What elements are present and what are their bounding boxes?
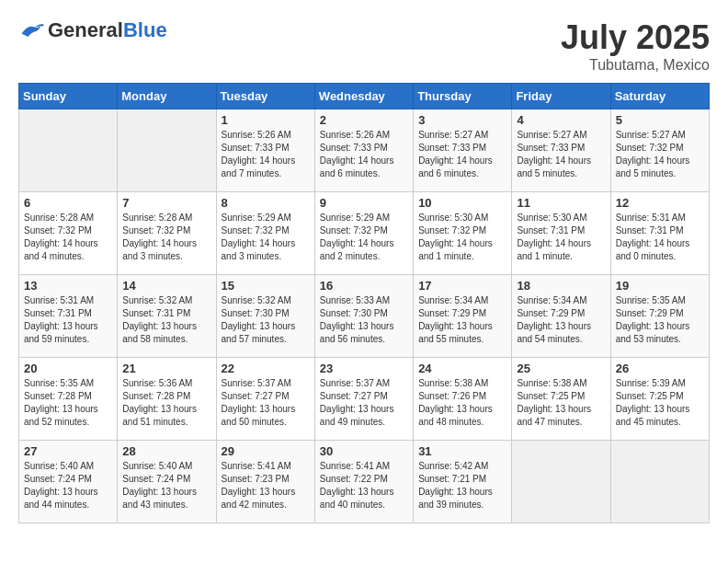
logo-general: General [48,18,123,41]
column-header-friday: Friday [512,84,610,109]
day-info: Sunrise: 5:37 AMSunset: 7:27 PMDaylight:… [222,377,310,429]
day-number: 9 [320,196,408,210]
logo-blue: Blue [123,18,167,41]
calendar-cell: 13Sunrise: 5:31 AMSunset: 7:31 PMDayligh… [19,275,118,358]
calendar-cell: 20Sunrise: 5:35 AMSunset: 7:28 PMDayligh… [19,358,118,441]
calendar-cell: 22Sunrise: 5:37 AMSunset: 7:27 PMDayligh… [216,358,314,441]
column-header-monday: Monday [118,84,216,109]
calendar-cell: 30Sunrise: 5:41 AMSunset: 7:22 PMDayligh… [314,441,413,523]
day-number: 25 [517,362,605,375]
calendar-cell: 5Sunrise: 5:27 AMSunset: 7:32 PMDaylight… [610,109,709,192]
day-info: Sunrise: 5:29 AMSunset: 7:32 PMDaylight:… [222,212,310,263]
calendar-cell: 18Sunrise: 5:34 AMSunset: 7:29 PMDayligh… [512,275,610,358]
day-info: Sunrise: 5:27 AMSunset: 7:32 PMDaylight:… [616,129,704,180]
day-info: Sunrise: 5:28 AMSunset: 7:32 PMDaylight:… [122,212,210,263]
day-number: 23 [320,362,408,375]
day-number: 28 [122,444,210,458]
day-info: Sunrise: 5:41 AMSunset: 7:23 PMDaylight:… [222,460,310,511]
day-number: 24 [418,362,506,375]
day-info: Sunrise: 5:41 AMSunset: 7:22 PMDaylight:… [320,460,408,511]
day-info: Sunrise: 5:34 AMSunset: 7:29 PMDaylight:… [418,294,506,346]
day-info: Sunrise: 5:26 AMSunset: 7:33 PMDaylight:… [222,129,310,180]
logo-bird-icon [18,20,44,40]
day-number: 12 [616,196,704,210]
day-number: 3 [418,113,506,127]
day-info: Sunrise: 5:30 AMSunset: 7:32 PMDaylight:… [418,212,506,263]
day-info: Sunrise: 5:26 AMSunset: 7:33 PMDaylight:… [320,129,408,180]
day-info: Sunrise: 5:38 AMSunset: 7:25 PMDaylight:… [517,377,605,429]
day-number: 21 [122,362,210,375]
logo: GeneralBlue [18,18,167,42]
calendar-week-row: 6Sunrise: 5:28 AMSunset: 7:32 PMDaylight… [19,192,710,275]
logo-text: GeneralBlue [48,18,167,42]
calendar-cell: 21Sunrise: 5:36 AMSunset: 7:28 PMDayligh… [118,358,216,441]
day-info: Sunrise: 5:35 AMSunset: 7:29 PMDaylight:… [616,294,704,346]
calendar-cell: 26Sunrise: 5:39 AMSunset: 7:25 PMDayligh… [610,358,709,441]
calendar-cell: 4Sunrise: 5:27 AMSunset: 7:33 PMDaylight… [512,109,610,192]
day-number: 26 [616,362,704,375]
page-header: GeneralBlue July 2025 Tubutama, Mexico [18,18,710,74]
calendar-cell: 9Sunrise: 5:29 AMSunset: 7:32 PMDaylight… [314,192,413,275]
calendar-cell: 15Sunrise: 5:32 AMSunset: 7:30 PMDayligh… [216,275,314,358]
day-info: Sunrise: 5:31 AMSunset: 7:31 PMDaylight:… [616,212,704,263]
calendar-cell: 1Sunrise: 5:26 AMSunset: 7:33 PMDaylight… [216,109,314,192]
calendar-cell: 25Sunrise: 5:38 AMSunset: 7:25 PMDayligh… [512,358,610,441]
calendar-cell: 19Sunrise: 5:35 AMSunset: 7:29 PMDayligh… [610,275,709,358]
day-number: 1 [222,113,310,127]
day-info: Sunrise: 5:32 AMSunset: 7:31 PMDaylight:… [122,294,210,346]
day-number: 31 [418,444,506,458]
title-block: July 2025 Tubutama, Mexico [561,18,710,74]
day-info: Sunrise: 5:30 AMSunset: 7:31 PMDaylight:… [517,212,605,263]
day-number: 14 [122,279,210,293]
calendar-cell [512,441,610,523]
calendar-cell: 27Sunrise: 5:40 AMSunset: 7:24 PMDayligh… [19,441,118,523]
column-header-thursday: Thursday [414,84,512,109]
day-info: Sunrise: 5:42 AMSunset: 7:21 PMDaylight:… [418,460,506,511]
calendar-cell: 23Sunrise: 5:37 AMSunset: 7:27 PMDayligh… [314,358,413,441]
day-info: Sunrise: 5:29 AMSunset: 7:32 PMDaylight:… [320,212,408,263]
day-info: Sunrise: 5:27 AMSunset: 7:33 PMDaylight:… [418,129,506,180]
day-number: 17 [418,279,506,293]
day-number: 10 [418,196,506,210]
day-number: 2 [320,113,408,127]
day-number: 6 [24,196,112,210]
calendar-cell [118,109,216,192]
day-number: 27 [24,444,112,458]
calendar-cell [19,109,118,192]
calendar-cell: 12Sunrise: 5:31 AMSunset: 7:31 PMDayligh… [610,192,709,275]
day-info: Sunrise: 5:37 AMSunset: 7:27 PMDaylight:… [320,377,408,429]
day-number: 30 [320,444,408,458]
calendar-cell: 10Sunrise: 5:30 AMSunset: 7:32 PMDayligh… [414,192,512,275]
column-header-saturday: Saturday [610,84,709,109]
calendar-cell: 11Sunrise: 5:30 AMSunset: 7:31 PMDayligh… [512,192,610,275]
calendar-cell: 14Sunrise: 5:32 AMSunset: 7:31 PMDayligh… [118,275,216,358]
day-info: Sunrise: 5:33 AMSunset: 7:30 PMDaylight:… [320,294,408,346]
day-info: Sunrise: 5:34 AMSunset: 7:29 PMDaylight:… [517,294,605,346]
calendar-header-row: SundayMondayTuesdayWednesdayThursdayFrid… [19,84,710,109]
day-info: Sunrise: 5:39 AMSunset: 7:25 PMDaylight:… [616,377,704,429]
calendar-cell: 17Sunrise: 5:34 AMSunset: 7:29 PMDayligh… [414,275,512,358]
day-info: Sunrise: 5:40 AMSunset: 7:24 PMDaylight:… [24,460,112,511]
day-info: Sunrise: 5:38 AMSunset: 7:26 PMDaylight:… [418,377,506,429]
day-number: 19 [616,279,704,293]
day-number: 18 [517,279,605,293]
column-header-wednesday: Wednesday [314,84,413,109]
calendar-week-row: 27Sunrise: 5:40 AMSunset: 7:24 PMDayligh… [19,441,710,523]
day-number: 22 [222,362,310,375]
day-info: Sunrise: 5:28 AMSunset: 7:32 PMDaylight:… [24,212,112,263]
calendar-cell: 29Sunrise: 5:41 AMSunset: 7:23 PMDayligh… [216,441,314,523]
month-year-title: July 2025 [561,18,710,57]
day-info: Sunrise: 5:35 AMSunset: 7:28 PMDaylight:… [24,377,112,429]
calendar-cell: 3Sunrise: 5:27 AMSunset: 7:33 PMDaylight… [414,109,512,192]
day-number: 8 [222,196,310,210]
calendar-cell: 7Sunrise: 5:28 AMSunset: 7:32 PMDaylight… [118,192,216,275]
calendar-week-row: 1Sunrise: 5:26 AMSunset: 7:33 PMDaylight… [19,109,710,192]
calendar-cell: 6Sunrise: 5:28 AMSunset: 7:32 PMDaylight… [19,192,118,275]
day-number: 5 [616,113,704,127]
calendar-cell: 2Sunrise: 5:26 AMSunset: 7:33 PMDaylight… [314,109,413,192]
calendar-cell: 28Sunrise: 5:40 AMSunset: 7:24 PMDayligh… [118,441,216,523]
day-number: 20 [24,362,112,375]
location-subtitle: Tubutama, Mexico [561,57,710,74]
calendar-cell: 24Sunrise: 5:38 AMSunset: 7:26 PMDayligh… [414,358,512,441]
day-number: 16 [320,279,408,293]
